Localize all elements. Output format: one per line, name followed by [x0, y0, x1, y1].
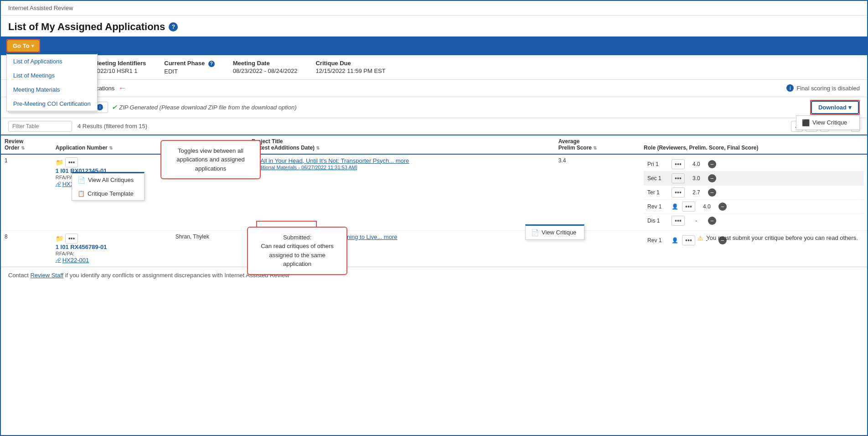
toggle-annotation-callout: Toggles view between all applications an…: [160, 140, 261, 180]
role-row-ter1: Ter 1 ••• 2.7 –: [644, 186, 863, 200]
view-critique-download-item[interactable]: ⬛ View Critique: [796, 116, 859, 130]
filter-input[interactable]: [8, 121, 72, 132]
role-dots-sec1[interactable]: •••: [672, 173, 685, 183]
rfa-link-2[interactable]: 🔗HX22-001: [56, 257, 168, 264]
download-chevron-icon: ▾: [848, 104, 852, 111]
download-btn-area: Download ▾ ⬛ View Critique: [810, 100, 860, 115]
col-app-number: Application Number ⇅: [52, 135, 172, 154]
view-critique-popup: 📄 View Critique: [525, 224, 584, 240]
minus-pri1[interactable]: –: [708, 160, 716, 168]
title-link-1[interactable]: It's All in Your Head, Until It's Not: T…: [252, 157, 409, 164]
critique-template-label: Critique Template: [88, 190, 134, 197]
goto-button[interactable]: Go To ▾: [7, 40, 39, 52]
col-avg-score: AveragePrelim Score ⇅: [555, 135, 640, 154]
goto-item-list-applications[interactable]: List of Applications: [7, 54, 97, 68]
goto-item-list-meetings[interactable]: List of Meetings: [7, 68, 97, 83]
download-button[interactable]: Download ▾: [811, 101, 859, 114]
col-role: Role (Reviewers, Prelim. Score, Final Sc…: [640, 135, 867, 154]
final-score-notice: i Final scoring is disabled: [786, 84, 860, 92]
view-critique-item[interactable]: 📄 View Critique: [526, 226, 584, 239]
sort-icon-appnum[interactable]: ⇅: [109, 145, 113, 151]
submitted-callout-text: Submitted: Can read critiques of others …: [261, 234, 334, 268]
submitted-annotation-callout: Submitted: Can read critiques of others …: [247, 227, 347, 275]
zip-status: ✔ ZIP Generated (Please download ZIP fil…: [112, 104, 296, 111]
role-row-pri1: Pri 1 ••• 4.0 –: [644, 157, 863, 171]
zip-row: My Assigned Applications (ZIP) i ✔ ZIP G…: [1, 97, 867, 118]
current-phase-col: Current Phase ? EDIT: [164, 60, 215, 75]
minus-rev1[interactable]: –: [718, 202, 727, 211]
table-wrapper: ReviewOrder ⇅ Application Number ⇅ PI Na…: [1, 135, 867, 267]
additional-materials-link-1[interactable]: [Additional Materials - 06/27/2022 11:31…: [252, 165, 357, 170]
goto-dropdown: List of Applications List of Meetings Me…: [6, 53, 98, 111]
zip-check-icon: ✔: [112, 104, 117, 111]
role-label-ter1: Ter 1: [647, 189, 668, 196]
role-dots-rev1-r2[interactable]: •••: [682, 235, 695, 245]
pdf-icon: ⬛: [802, 119, 810, 126]
role-dots-rev1[interactable]: •••: [682, 202, 695, 212]
meeting-identifiers-col: Meeting Identifiers 2022/10 HSR1 1: [93, 60, 146, 74]
context-menu-row1: 📄 View All Critiques 📋 Critique Template: [72, 172, 145, 201]
top-bar: Internet Assisted Review: [1, 1, 867, 16]
meeting-identifiers-label: Meeting Identifiers: [93, 60, 146, 67]
table-header-row: ReviewOrder ⇅ Application Number ⇅ PI Na…: [1, 135, 867, 154]
view-all-critiques-item[interactable]: 📄 View All Critiques: [72, 173, 144, 187]
more-link-1[interactable]: more: [396, 157, 409, 164]
help-icon[interactable]: ?: [169, 22, 178, 31]
role-dots-ter1[interactable]: •••: [672, 187, 685, 197]
final-score-text: Final scoring is disabled: [796, 85, 860, 92]
role-dots-pri1[interactable]: •••: [672, 159, 685, 169]
role-dots-dis1[interactable]: •••: [672, 216, 685, 226]
app-number-2: 1 I01 RX456789-01: [56, 244, 107, 250]
cell-score-1: 3.4: [555, 154, 640, 231]
footer-review-staff-link[interactable]: Review Staff: [30, 272, 63, 279]
zip-info-icon[interactable]: i: [97, 104, 103, 110]
role-label-rev1-r2: Rev 1: [647, 237, 668, 244]
cell-pi-2: Shran, Thylek: [172, 230, 248, 266]
more-link-2[interactable]: more: [384, 234, 398, 240]
role-label-dis1: Dis 1: [647, 218, 668, 224]
role-label-pri1: Pri 1: [647, 161, 668, 167]
critique-due-col: Critique Due 12/15/2022 11:59 PM EST: [315, 60, 385, 74]
toggle-callout-text: Toggles view between all applications an…: [176, 147, 245, 172]
filter-results: 4 Results (filtered from 15): [78, 123, 147, 130]
sort-icon-title[interactable]: ⇅: [316, 145, 320, 151]
score-sec1: 3.0: [688, 175, 704, 182]
info-row: Assignment Management Meeting Identifier…: [1, 55, 867, 80]
pdf-icon-critiques: 📄: [78, 176, 85, 184]
minus-sec1[interactable]: –: [708, 174, 716, 182]
system-title: Internet Assisted Review: [8, 5, 73, 11]
critique-due-value: 12/15/2022 11:59 PM EST: [315, 67, 385, 74]
current-phase-help-icon[interactable]: ?: [208, 61, 215, 67]
final-score-info-icon[interactable]: i: [786, 84, 794, 92]
col-project-title: Project Title(Latest eAdditions Date) ⇅: [248, 135, 555, 154]
folder-icon-1: 📁: [56, 159, 63, 166]
filter-row: 4 Results (filtered from 15) ⬇ ⊞ ‹ Page …: [1, 118, 867, 135]
critique-template-item[interactable]: 📋 Critique Template: [72, 187, 144, 200]
current-phase-label: Current Phase ?: [164, 60, 215, 67]
cell-role-1: Pri 1 ••• 4.0 – Sec 1 ••• 3.0 –: [640, 154, 867, 231]
goto-item-meeting-materials[interactable]: Meeting Materials: [7, 83, 97, 97]
download-dropdown: ⬛ View Critique: [796, 115, 860, 130]
sort-icon-order[interactable]: ⇅: [21, 145, 25, 151]
pdf-icon-view: 📄: [531, 229, 539, 236]
current-phase-value: EDIT: [164, 68, 215, 75]
warning-message: ⚠ You must submit your critique before y…: [698, 234, 858, 242]
app-dots-btn-2[interactable]: •••: [65, 234, 78, 244]
user-icon-rev1: 👤: [672, 203, 678, 210]
app-dots-btn-1[interactable]: •••: [65, 157, 78, 167]
footer-text-before: Contact: [8, 272, 30, 279]
minus-dis1[interactable]: –: [708, 217, 716, 225]
page-wrapper: Internet Assisted Review List of My Assi…: [0, 0, 868, 436]
chevron-down-icon: ▾: [31, 43, 34, 48]
main-table: ReviewOrder ⇅ Application Number ⇅ PI Na…: [1, 135, 867, 267]
sort-icon-score[interactable]: ⇅: [593, 145, 597, 151]
meeting-date-label: Meeting Date: [233, 60, 298, 67]
folder-icon-2: 📁: [56, 235, 63, 242]
cell-review-order-2: 8: [1, 230, 52, 266]
goto-item-precoi[interactable]: Pre-Meeting COI Certification: [7, 97, 97, 111]
page-title: List of My Assigned Applications: [8, 21, 165, 33]
score-ter1: 2.7: [688, 189, 704, 196]
role-row-dis1: Dis 1 ••• - –: [644, 214, 863, 228]
external-icon-2: 🔗: [56, 258, 61, 263]
minus-ter1[interactable]: –: [708, 188, 716, 197]
